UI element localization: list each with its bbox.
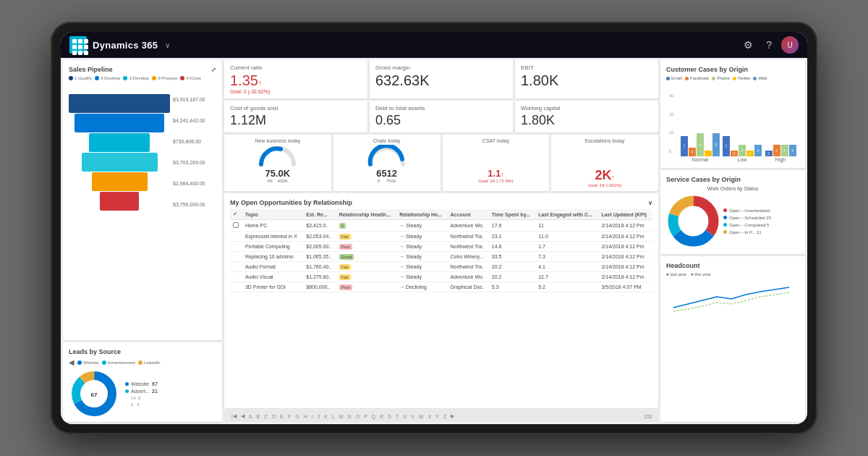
table-row: Home PC $2,415.0.. 4 → Steady Adventure … (230, 220, 652, 232)
col-timespent[interactable]: Time Spent by... (489, 209, 535, 220)
pipeline-legend: 1-Qualify 2-Develop 3-Develop 3-Pro (69, 76, 216, 80)
middle-column: Current ratio 1.35↑ Goal: 2 (-32.62%) Gr… (224, 60, 658, 422)
leads-by-source-card: Leads by Source ◀ Website Advertisement (63, 342, 222, 422)
service-cases-legend: Open – Unscheduled Open – Scheduled 25 O… (723, 208, 771, 235)
nav-first[interactable]: |◀ (230, 413, 238, 419)
customer-cases-chart: 30 20 10 0 7 3 8 8 (666, 83, 799, 162)
table-row: Audio Visual $1,275.80.. Fair → Steady A… (230, 272, 652, 282)
gauge-chats: Chats today 6512 0 7500 (333, 135, 441, 191)
legend-develop2: 3-Develop (123, 76, 148, 80)
service-cases-card: Service Cases by Origin Work Orders by S… (660, 170, 805, 254)
title-chevron[interactable]: ∨ (165, 41, 170, 49)
sales-pipeline-card: Sales Pipeline ⤢ 1-Qualify 2-Develop (63, 60, 222, 340)
svg-point-8 (679, 207, 708, 236)
bar-group-normal: 7 3 8 8 Normal (681, 96, 720, 162)
svg-text:67: 67 (91, 392, 98, 398)
funnel-labels: $3,919,187.00 $4,241,442.00 $730,808.00 … (173, 90, 216, 215)
legend-develop1: 2-Develop (95, 76, 120, 80)
bar-group-high: 2 4 4 4 High (765, 96, 796, 162)
table-row: Audio Format $1,760.40.. Fair → Steady N… (230, 262, 652, 272)
left-column: Sales Pipeline ⤢ 1-Qualify 2-Develop (63, 60, 222, 422)
settings-icon[interactable]: ⚙ (740, 38, 757, 52)
device-wrapper: Dynamics 365 ∨ ⚙ ? U Sales Pipeline ⤢ (51, 22, 817, 434)
headcount-card: Headcount ● last year ● this year (660, 256, 805, 422)
leads-legend: ◀ Website Advertisement LinkedIn (69, 358, 216, 366)
gauge-escalations: Escalations today 2K↑ Goal: 1K (-331%) (551, 135, 658, 191)
app-title: Dynamics 365 (93, 40, 158, 51)
sales-pipeline-title: Sales Pipeline ⤢ (69, 66, 216, 73)
col-updated[interactable]: Last Updated (KPI) (598, 209, 652, 220)
legend-close: 4-Close (180, 76, 201, 80)
service-donut-chart (666, 194, 720, 248)
expand-icon[interactable]: ⤢ (211, 67, 216, 73)
col-health2[interactable]: Relationship He... (396, 209, 447, 220)
leads-donut-chart: 67 (69, 368, 119, 419)
kpi-gross-margin: Gross margin 632.63K (370, 60, 513, 98)
service-donut: Open – Unscheduled Open – Scheduled 25 O… (666, 194, 799, 248)
kpi-debt-ratio: Debt to total assets 0.65 (370, 101, 513, 132)
opportunities-table: ✓ Topic Est. Re... Relationship Health..… (230, 209, 652, 292)
table-row: Expressed interest in X $2,053.04.. Fair… (230, 232, 652, 242)
gauge-semicircle-new-business (258, 145, 297, 168)
table-row: Replacing 10 adminis $1,065.35.. Good → … (230, 252, 652, 262)
gauge-semicircle-chats (367, 145, 407, 168)
opp-chevron[interactable]: ∨ (648, 200, 652, 206)
kpi-ebit: EBIT 1.80K (515, 60, 658, 98)
gauges-row: New business today 75.0K 0K 600K Chats t… (224, 135, 658, 191)
col-account[interactable]: Account (448, 209, 489, 220)
table-row: Portable Computing $2,005.00.. Poor → St… (230, 242, 652, 252)
col-engaged[interactable]: Last Engaged with C... (535, 209, 598, 220)
legend-qualify: 1-Qualify (69, 76, 92, 80)
gauge-csat: CSAT today 1.1↑ Goal: 1K (-72.5%) (443, 135, 550, 191)
customer-cases-legend: Email Facebook Phone Twitter (666, 76, 799, 80)
kpi-working-capital: Working capital 1.80K (515, 101, 658, 132)
col-check: ✓ (230, 209, 242, 220)
table-header-row: ✓ Topic Est. Re... Relationship Health..… (230, 209, 652, 220)
nav-left[interactable]: ◀ (69, 358, 75, 366)
col-topic[interactable]: Topic (242, 209, 303, 220)
top-nav: Dynamics 365 ∨ ⚙ ? U (61, 32, 807, 58)
device-screen: Dynamics 365 ∨ ⚙ ? U Sales Pipeline ⤢ (61, 32, 807, 424)
kpi-row-2: Cost of goods sold 1.12M Debt to total a… (224, 101, 658, 132)
customer-cases-card: Customer Cases by Origin Email Facebook (660, 60, 805, 168)
kpi-row-1: Current ratio 1.35↑ Goal: 2 (-32.62%) Gr… (224, 60, 658, 98)
funnel-bars (69, 94, 170, 211)
headcount-chart (666, 279, 796, 315)
opportunities-rows: Home PC $2,415.0.. 4 → Steady Adventure … (230, 220, 652, 292)
headcount-legend: ● last year ● this year (666, 272, 799, 276)
service-cases-title: Service Cases by Origin (666, 176, 799, 183)
main-content: Sales Pipeline ⤢ 1-Qualify 2-Develop (61, 58, 807, 424)
nav-prev[interactable]: ◀ (239, 413, 246, 419)
right-column: Customer Cases by Origin Email Facebook (660, 60, 805, 422)
headcount-title: Headcount (666, 262, 799, 269)
nav-next[interactable]: ▶ (449, 413, 456, 419)
opportunities-card: My Open Opportunities by Relationship ∨ … (224, 193, 658, 408)
leads-donut: 67 Website 67 Advert... 21 (69, 368, 216, 419)
user-avatar[interactable]: U (781, 36, 799, 54)
table-row: 3D Printer for GDI $600,000.. Poor → Dec… (230, 282, 652, 292)
work-orders-subtitle: Work Orders by Status (666, 186, 799, 191)
help-icon[interactable]: ? (762, 38, 775, 52)
col-health[interactable]: Relationship Health... (336, 209, 397, 220)
opportunities-title: My Open Opportunities by Relationship ∨ (230, 199, 652, 206)
kpi-current-ratio: Current ratio 1.35↑ Goal: 2 (-32.62%) (224, 60, 367, 98)
col-estrev[interactable]: Est. Re... (303, 209, 336, 220)
gauge-new-business: New business today 75.0K 0K 600K (224, 135, 331, 191)
kpi-cogs: Cost of goods sold 1.12M (224, 101, 367, 132)
y-axis: 30 20 10 0 (669, 93, 678, 162)
bottom-alphabet-bar: |◀ ◀ A B C D E F G H I J K L M N O (224, 410, 658, 422)
funnel-chart: $3,919,187.00 $4,241,442.00 $730,808.00 … (69, 83, 216, 221)
customer-cases-title: Customer Cases by Origin (666, 66, 799, 73)
page-number: 152 (644, 414, 652, 419)
waffle-icon[interactable] (69, 36, 87, 54)
leads-title: Leads by Source (69, 348, 216, 355)
leads-legend-detail: Website 67 Advert... 21 14 9 5 4 (125, 381, 158, 407)
bar-group-low: 7 2 4 2 4 Low (723, 96, 762, 162)
legend-propose: 3-Propose (152, 76, 178, 80)
